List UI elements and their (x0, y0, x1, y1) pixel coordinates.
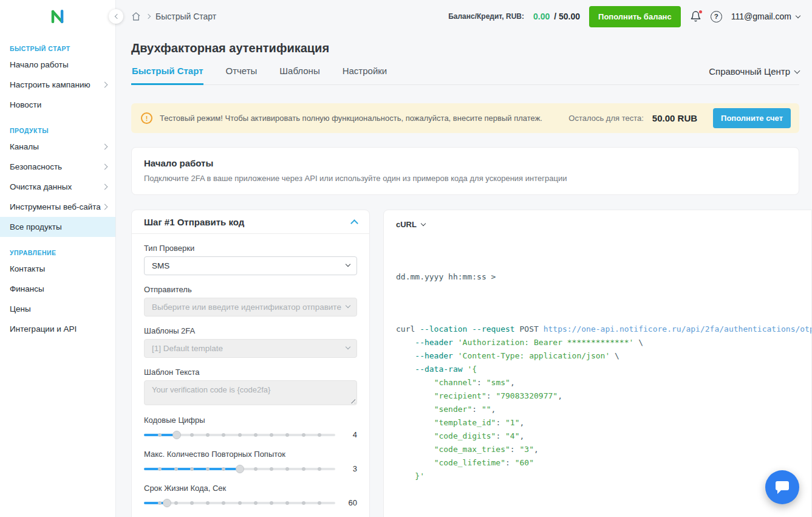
max-retries-value: 3 (344, 464, 357, 473)
breadcrumb-current[interactable]: Быстрый Старт (155, 12, 216, 21)
logo[interactable] (0, 0, 115, 33)
sidebar-item-label: Инструменты веб-сайта (10, 202, 101, 211)
step1-form-card: Шаг #1 Отправить код Тип Проверки SMS От… (131, 210, 370, 517)
intro-card: Начало работы Подключите 2FA в ваше прил… (131, 147, 799, 195)
tab-quick-start[interactable]: Быстрый Старт (131, 66, 203, 85)
code-block: curl --location --request POST https://o… (396, 323, 811, 483)
code-digits-slider[interactable] (144, 430, 335, 439)
code-digits-value: 4 (344, 430, 357, 439)
verification-type-label: Тип Проверки (144, 244, 357, 253)
template-text-textarea[interactable]: Your verification code is {code2fa} (144, 380, 357, 405)
max-retries-label: Макс. Количество Повторных Попыток (144, 450, 357, 459)
help-icon: ? (711, 11, 722, 22)
test-remaining-value: 50.00 RUB (652, 113, 697, 123)
test-mode-alert: ! Тестовый режим! Чтобы активировать пол… (131, 103, 799, 133)
chevron-right-icon (102, 184, 108, 190)
templates-value: [1] Default template (152, 344, 223, 353)
chat-bubble-icon (774, 480, 790, 495)
code-digits-label: Кодовые Цифры (144, 416, 357, 425)
help-center-label: Справочный Центр (709, 66, 790, 77)
sidebar-item-label: Интеграции и API (10, 324, 77, 334)
sidebar-nav: БЫСТРЫЙ СТАРТ Начало работы Настроить ка… (0, 33, 115, 339)
chevron-right-icon (102, 82, 108, 88)
templates-select[interactable]: [1] Default template (144, 339, 357, 358)
notification-dot (699, 10, 702, 13)
step1-collapse-header[interactable]: Шаг #1 Отправить код (132, 210, 369, 234)
chevron-right-icon (102, 204, 108, 210)
sidebar-collapse-button[interactable] (109, 9, 123, 24)
top-up-balance-button[interactable]: Пополнить баланс (589, 6, 681, 27)
balance-value: 0.00 (533, 12, 550, 21)
columns: Шаг #1 Отправить код Тип Проверки SMS От… (131, 210, 799, 517)
sidebar-item-label: Начало работы (10, 60, 69, 69)
sidebar-item-label: Очистка данных (10, 182, 72, 191)
sidebar-item-label: Финансы (10, 284, 44, 293)
sidebar-item-label: Новости (10, 100, 41, 109)
sidebar-item-prices[interactable]: Цены (0, 299, 115, 319)
sidebar-item-getting-started[interactable]: Начало работы (0, 55, 115, 75)
balance-total: / 50.00 (554, 12, 580, 21)
user-menu[interactable]: 111@gmail.com (731, 12, 800, 21)
tab-templates[interactable]: Шаблоны (279, 66, 320, 85)
tab-reports[interactable]: Отчеты (225, 66, 258, 85)
sender-select[interactable]: Выберите или введите идентификатор отпра… (144, 298, 357, 317)
intro-subtitle: Подключите 2FA в ваше приложение через A… (144, 174, 786, 183)
chevron-down-icon (346, 344, 350, 349)
sidebar-item-channels[interactable]: Каналы (0, 137, 115, 157)
templates-label: Шаблоны 2FA (144, 326, 357, 335)
chevron-right-icon (102, 164, 108, 170)
tab-settings[interactable]: Настройки (342, 66, 388, 85)
sidebar-item-label: Цены (10, 304, 31, 313)
chevron-down-icon (794, 67, 800, 74)
sidebar-item-campaign-setup[interactable]: Настроить кампанию (0, 75, 115, 95)
home-icon[interactable] (131, 12, 141, 21)
sidebar-item-label: Каналы (10, 142, 39, 151)
top-up-account-button[interactable]: Пополните счет (713, 108, 791, 128)
sidebar: БЫСТРЫЙ СТАРТ Начало работы Настроить ка… (0, 0, 116, 517)
chevron-down-icon (346, 262, 350, 267)
sender-label: Отправитель (144, 285, 357, 294)
sidebar-item-label: Настроить кампанию (10, 80, 90, 89)
max-retries-slider[interactable] (144, 464, 335, 473)
test-remaining-label: Осталось для теста: (568, 114, 644, 123)
verification-type-select[interactable]: SMS (144, 256, 357, 275)
user-email: 111@gmail.com (731, 12, 791, 21)
sidebar-item-all-products[interactable]: Все продукты (0, 217, 115, 237)
sidebar-item-news[interactable]: Новости (0, 95, 115, 115)
chevron-down-icon (796, 13, 800, 18)
intro-title: Начало работы (144, 158, 786, 168)
sidebar-item-finance[interactable]: Финансы (0, 279, 115, 299)
template-text-label: Шаблон Текста (144, 368, 357, 377)
code-sample-card: cURL dd.mm.yyyy hh:mm:ss > curl --locati… (383, 210, 812, 517)
chevron-down-icon (421, 221, 426, 226)
warning-icon: ! (141, 112, 152, 124)
notifications-button[interactable] (690, 10, 701, 22)
help-center-dropdown[interactable]: Справочный Центр (709, 66, 799, 84)
page-content: Двухфакторная аутентификация Быстрый Ста… (116, 33, 812, 517)
code-prompt: dd.mm.yyyy hh:mm:ss > (396, 270, 811, 284)
code-language-label: cURL (396, 220, 417, 229)
chat-widget-button[interactable] (765, 470, 799, 504)
app-root: БЫСТРЫЙ СТАРТ Начало работы Настроить ка… (0, 0, 812, 517)
resize-handle-icon[interactable] (349, 397, 355, 403)
sidebar-section-products: ПРОДУКТЫ (0, 115, 115, 137)
sidebar-item-integrations-api[interactable]: Интеграции и API (0, 319, 115, 339)
chevron-right-icon (102, 144, 108, 150)
sidebar-item-contacts[interactable]: Контакты (0, 259, 115, 279)
sidebar-item-website-tools[interactable]: Инструменты веб-сайта (0, 197, 115, 217)
code-lifetime-slider[interactable] (144, 498, 335, 507)
chevron-up-icon (350, 219, 358, 227)
sidebar-section-management: УПРАВЛЕНИЕ (0, 237, 115, 259)
sender-placeholder: Выберите или введите идентификатор отпра… (152, 303, 341, 312)
main-area: Быстрый Старт Баланс/Кредит, RUB: 0.00 /… (116, 0, 812, 517)
sidebar-item-data-cleaning[interactable]: Очистка данных (0, 177, 115, 197)
breadcrumb: Быстрый Старт (131, 12, 216, 21)
page-title: Двухфакторная аутентификация (131, 41, 799, 55)
sidebar-section-quick-start: БЫСТРЫЙ СТАРТ (0, 33, 115, 55)
balance-label: Баланс/Кредит, RUB: (448, 12, 524, 21)
help-button[interactable]: ? (711, 11, 722, 22)
template-text-value: Your verification code is {code2fa} (152, 385, 270, 394)
code-language-dropdown[interactable]: cURL (396, 220, 811, 229)
sidebar-item-security[interactable]: Безопасность (0, 157, 115, 177)
chevron-left-icon (114, 14, 119, 19)
